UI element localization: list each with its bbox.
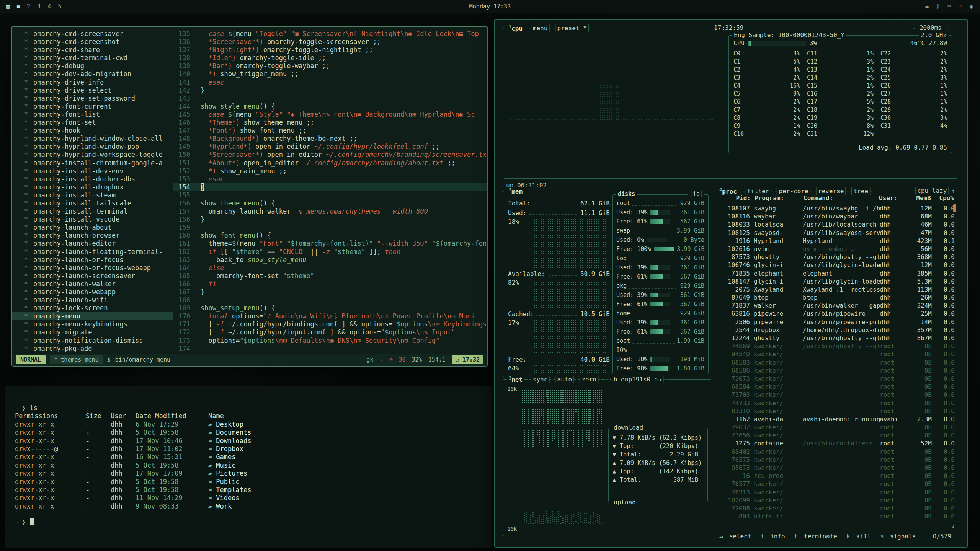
bluetooth-icon[interactable]: ᛒ	[936, 3, 940, 10]
net-button-sync[interactable]: sync	[528, 376, 552, 383]
proc-row[interactable]: 68586kworker/root0B0.0	[716, 367, 955, 375]
file-item[interactable]: *omarchy-launch-editor	[12, 240, 173, 248]
file-item[interactable]: *omarchy-pkg-add	[12, 345, 173, 353]
proc-row[interactable]: 68402kworker/root0B0.0	[716, 448, 955, 456]
scroll-up-icon[interactable]: ↑	[950, 187, 956, 194]
proc-footer-action-terminate[interactable]: terminate	[804, 533, 839, 540]
proc-button-per-core[interactable]: per-core	[774, 187, 813, 195]
proc-row[interactable]: 72088kworker/root0B0.0	[716, 504, 955, 512]
proc-footer-key[interactable]: s	[879, 533, 884, 540]
cpu-button-menu[interactable]: menu	[528, 24, 552, 32]
volume-icon[interactable]: ♪	[959, 3, 962, 10]
file-item[interactable]: *omarchy-cmd-screensaver	[12, 30, 173, 38]
file-item[interactable]: *omarchy-lock-screen	[12, 304, 173, 312]
file-item[interactable]: *omarchy-install-steam	[12, 191, 173, 199]
file-item[interactable]: *omarchy-install-dropbox	[12, 183, 173, 191]
file-item[interactable]: *omarchy-cmd-screenshot	[12, 38, 173, 46]
file-item[interactable]: *omarchy-launch-or-focus-webapp	[12, 264, 173, 272]
scroll-down-icon[interactable]: ↓	[950, 522, 956, 530]
proc-row[interactable]: 74869kworker//usr/bin/ghostty --gtk-root…	[716, 342, 955, 350]
proc-row[interactable]: 1916HyprlandHyprlanddhh423M0.1	[716, 237, 955, 245]
proc-row[interactable]: 108033localsea/usr/lib/localsearch-exdhh…	[716, 220, 955, 228]
net-button-auto[interactable]: auto	[552, 376, 577, 383]
proc-footer-key[interactable]: i	[759, 533, 764, 540]
proc-row[interactable]: 2544dropbox/home/dhh/.dropbox-distdhh357…	[716, 326, 955, 334]
terminal-cursor[interactable]	[30, 518, 34, 525]
update-interval-control[interactable]: - 2000ms +	[910, 24, 951, 31]
file-item[interactable]: *omarchy-notification-dismiss	[12, 337, 173, 345]
proc-button-filter[interactable]: filter	[742, 187, 774, 195]
proc-row[interactable]: 87649btopbtopdhh26M0.0	[716, 293, 955, 302]
file-item[interactable]: *omarchy-launch-screensaver	[12, 272, 173, 280]
file-item[interactable]: *omarchy-install-tailscale	[12, 199, 173, 207]
proc-row[interactable]: 2075XwaylandXwayland :1 -rootless -dhh11…	[716, 285, 955, 293]
proc-row[interactable]: 106746glycin-i/usr/lib/glycin-loadersdhh…	[716, 261, 955, 269]
proc-footer-action-kill[interactable]: kill	[856, 533, 873, 540]
proc-row[interactable]: 73703kworker/root0B0.0	[716, 391, 955, 399]
proc-row[interactable]: 87573ghostty/usr/bin/ghostty --gtk-dhh36…	[716, 253, 955, 261]
proc-row[interactable]: 803btrfs-trroot0B0.0	[716, 512, 955, 520]
proc-footer-key[interactable]: k	[845, 533, 850, 540]
proc-row[interactable]: 12244ghostty/usr/bin/ghostty --gtk-dhh86…	[716, 334, 955, 342]
file-item[interactable]: *omarchy-install-dev-env	[12, 167, 173, 175]
file-item[interactable]: *omarchy-drive-info	[12, 78, 173, 86]
proc-row[interactable]: 63816pipewire/usr/bin/pipewiredhh25M0.0	[716, 310, 955, 318]
file-item[interactable]: *omarchy-font-list	[12, 111, 173, 119]
proc-row[interactable]: 71837walker/usr/bin/walker --gappldhh324…	[716, 302, 955, 310]
proc-row[interactable]: 1162avahi-daavahi-daemon: running [avahi…	[716, 415, 955, 423]
net-button-zero[interactable]: zero	[577, 376, 601, 383]
file-item[interactable]: *omarchy-install-chromium-google-a	[12, 159, 173, 167]
file-item[interactable]: *omarchy-launch-floating-terminal-	[12, 248, 173, 256]
file-item[interactable]: *omarchy-launch-about	[12, 223, 173, 231]
file-item[interactable]: *omarchy-cmd-terminal-cwd	[12, 54, 173, 62]
file-item[interactable]: *omarchy-hyprland-window-pop	[12, 143, 173, 151]
file-item[interactable]: *omarchy-launch-walker	[12, 280, 173, 288]
file-item[interactable]: *omarchy-menu	[12, 312, 173, 320]
file-item[interactable]: *omarchy-debug	[12, 62, 173, 70]
file-item[interactable]: *omarchy-drive-select	[12, 86, 173, 95]
proc-row[interactable]: 108116waybar/usr/bin/waybardhh68M0.0	[716, 212, 955, 220]
proc-row[interactable]: 2506pipewire/usr/bin/pipewire-pulsedhh14…	[716, 318, 955, 326]
share-icon[interactable]: ⇄	[925, 3, 929, 10]
proc-row[interactable]: 94540kworker/root0B0.0	[716, 350, 955, 358]
proc-row[interactable]: 81310kworker/root0B0.0	[716, 407, 955, 415]
keyboard-icon[interactable]: ⌨	[947, 3, 951, 10]
file-item[interactable]: *omarchy-font-set	[12, 119, 173, 127]
file-item[interactable]: *omarchy-cmd-share	[12, 46, 173, 54]
proc-footer-action-signals[interactable]: signals	[890, 533, 917, 540]
proc-row[interactable]: 95673kworker/root0B0.0	[716, 464, 955, 472]
file-item[interactable]: *omarchy-menu-keybindings	[12, 320, 173, 328]
proc-sort-selector[interactable]: cpu lazy	[913, 187, 952, 194]
proc-col-header[interactable]: MemB	[906, 194, 935, 202]
file-item[interactable]: *omarchy-font-current	[12, 103, 173, 111]
cpu-button-preset-[interactable]: preset *	[552, 24, 591, 32]
proc-footer-key[interactable]: t	[793, 533, 798, 540]
editor-window[interactable]: *omarchy-cmd-screensaver*omarchy-cmd-scr…	[11, 26, 488, 367]
proc-row[interactable]: 73656kworker/root0B0.0	[716, 431, 955, 439]
file-item[interactable]: *omarchy-launch-or-focus	[12, 256, 173, 264]
proc-row[interactable]: 71835elephantelephantdhh385M0.0	[716, 269, 955, 277]
file-item[interactable]: *omarchy-dev-add-migration	[12, 70, 173, 78]
proc-row[interactable]: 1275containe/usr/bin/containerdroot52M0.…	[716, 439, 955, 447]
btop-window[interactable]: 1cpu menupreset * 17:32:59 - 2000ms + En…	[494, 19, 968, 548]
proc-row[interactable]: 72073kworker/root0B0.0	[716, 375, 955, 383]
proc-row[interactable]: 76313kworker/root0B0.0	[716, 488, 955, 496]
file-item[interactable]: *omarchy-hyprland-window-close-all	[12, 135, 173, 143]
proc-footer-action-info[interactable]: info	[770, 533, 787, 540]
proc-col-header[interactable]: Cpu%	[935, 194, 954, 202]
proc-button-tree[interactable]: tree	[849, 187, 873, 195]
proc-footer-action-select[interactable]: select	[729, 533, 753, 540]
file-item[interactable]: *omarchy-hook	[12, 127, 173, 135]
code-pane[interactable]: 135 case $(menu "Toggle" "▣ Screensaver\…	[173, 30, 487, 354]
proc-row[interactable]: 108125swayosd-/usr/lib/swayosd-serverdhh…	[716, 229, 955, 237]
terminal-window[interactable]: ~❯lsPermissionsSizeUserDate ModifiedName…	[5, 386, 492, 548]
file-item[interactable]: *omarchy-install-terminal	[12, 207, 173, 215]
proc-button-reverse[interactable]: reverse	[813, 187, 849, 195]
power-icon[interactable]: ◉	[970, 3, 973, 10]
proc-row[interactable]: 79032kworker/root0B0.0	[716, 423, 955, 431]
file-item[interactable]: *omarchy-install-vscode	[12, 215, 173, 223]
proc-row[interactable]: 68583kworker/root0B0.0	[716, 359, 955, 367]
file-item[interactable]: *omarchy-install-docker-dbs	[12, 175, 173, 183]
file-item[interactable]: *omarchy-launch-wifi	[12, 296, 173, 304]
disks-io-tab[interactable]: io	[688, 191, 704, 197]
